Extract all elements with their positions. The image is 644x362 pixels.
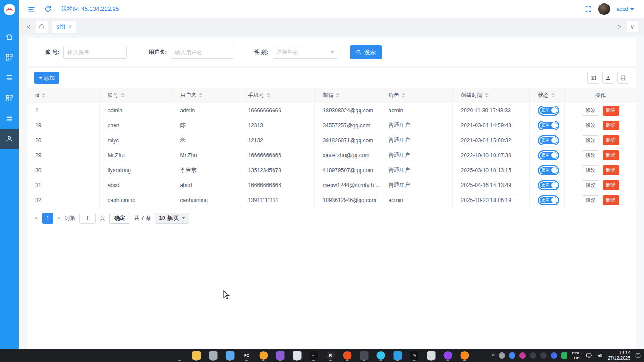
column-header-0[interactable]: id [27, 88, 99, 103]
tabs-scroll-right-icon[interactable]: > [616, 23, 623, 30]
sort-carets-icon[interactable] [336, 93, 340, 97]
vpn-lock-icon[interactable] [561, 352, 567, 359]
language-indicator[interactable]: ENG DE [572, 351, 582, 361]
column-header-3[interactable]: 手机号 [240, 88, 314, 103]
tabs-scroll-left-icon[interactable]: < [25, 23, 32, 30]
sort-asc-icon[interactable] [485, 93, 489, 95]
gender-select[interactable]: 选择性别 [273, 46, 338, 59]
volume-icon[interactable] [597, 352, 603, 359]
sort-asc-icon[interactable] [402, 93, 405, 95]
status-toggle[interactable]: 正常 [538, 135, 559, 145]
sort-desc-icon[interactable] [42, 96, 45, 97]
taskbar-clock[interactable]: ◷ [409, 350, 420, 362]
clock[interactable]: 14:14 27/12/2025 [608, 350, 630, 361]
delete-button[interactable]: 删除 [603, 165, 619, 175]
tabs-dropdown-icon[interactable]: ∨ [627, 21, 638, 32]
delete-button[interactable]: 删除 [603, 195, 619, 205]
sort-carets-icon[interactable] [402, 93, 405, 97]
next-page-icon[interactable]: > [57, 215, 60, 222]
sort-desc-icon[interactable] [336, 96, 340, 97]
column-header-4[interactable]: 邮箱 [314, 88, 380, 103]
modify-button[interactable]: 修改 [582, 150, 599, 160]
column-header-2[interactable]: 用户名 [172, 88, 240, 103]
taskbar-ubuntu[interactable] [342, 350, 353, 362]
sidebar-item-modules-2[interactable] [0, 88, 19, 108]
sidebar-item-modules[interactable] [0, 47, 19, 68]
sort-desc-icon[interactable] [485, 96, 489, 97]
taskbar-rustdesk[interactable]: R [325, 350, 336, 362]
refresh-icon[interactable] [44, 5, 52, 13]
hidden-icons-chevron-icon[interactable]: ^ [492, 353, 494, 358]
sort-desc-icon[interactable] [199, 96, 202, 97]
status-toggle[interactable]: 正常 [538, 106, 559, 116]
column-header-7[interactable]: 状态 [529, 88, 564, 103]
status-toggle[interactable]: 正常 [538, 121, 559, 130]
taskbar-settings-window[interactable] [426, 350, 437, 362]
sort-asc-icon[interactable] [336, 93, 340, 95]
menu-collapse-icon[interactable] [28, 5, 35, 13]
account-input[interactable] [63, 46, 127, 59]
home-tab-button[interactable] [36, 21, 48, 33]
status-toggle[interactable]: 正常 [538, 150, 559, 160]
taskbar-winrar[interactable] [275, 350, 286, 362]
taskbar-pycharm[interactable]: PC [241, 350, 252, 362]
sort-carets-icon[interactable] [551, 93, 555, 97]
sort-asc-icon[interactable] [42, 93, 45, 95]
sort-asc-icon[interactable] [551, 93, 555, 95]
status-toggle[interactable]: 正常 [538, 195, 559, 205]
sort-carets-icon[interactable] [121, 93, 125, 97]
blue-glow-icon[interactable] [551, 352, 557, 359]
delete-button[interactable]: 删除 [603, 106, 619, 116]
sidebar-item-lists-2[interactable] [0, 108, 19, 129]
user-menu[interactable]: abcd [616, 6, 634, 12]
sort-asc-icon[interactable] [199, 93, 202, 95]
add-button[interactable]: + 添加 [34, 72, 59, 84]
status-toggle[interactable]: 正常 [538, 165, 559, 175]
taskbar-firefox[interactable] [459, 350, 470, 362]
column-header-6[interactable]: 创建时间 [452, 88, 529, 103]
taskbar-screen-share[interactable] [359, 350, 370, 362]
columns-setting-button[interactable] [587, 72, 599, 84]
discord-2-icon[interactable] [540, 352, 547, 359]
delete-button[interactable]: 删除 [603, 135, 619, 145]
display-cast-icon[interactable] [586, 352, 592, 359]
sort-carets-icon[interactable] [199, 93, 202, 97]
sort-asc-icon[interactable] [267, 93, 270, 95]
modify-button[interactable]: 修改 [582, 106, 599, 116]
notification-icon[interactable] [635, 352, 641, 359]
tab-shit[interactable]: shit × [52, 21, 76, 33]
print-button[interactable] [617, 72, 629, 84]
sidebar-item-home[interactable] [0, 27, 19, 47]
sidebar-item-user-management[interactable] [0, 129, 19, 149]
goto-confirm-button[interactable]: 确定 [109, 213, 130, 224]
taskbar-terminal[interactable]: >_ [308, 350, 319, 362]
delete-button[interactable]: 删除 [603, 180, 619, 190]
sort-carets-icon[interactable] [485, 93, 489, 97]
taskbar-purple-monster[interactable] [442, 350, 453, 362]
sort-asc-icon[interactable] [121, 93, 125, 95]
sort-carets-icon[interactable] [42, 93, 45, 97]
modify-button[interactable]: 修改 [582, 195, 599, 205]
tab-close-icon[interactable]: × [68, 24, 72, 30]
column-header-5[interactable]: 角色 [380, 88, 452, 103]
modify-button[interactable]: 修改 [582, 180, 599, 190]
sort-desc-icon[interactable] [267, 96, 270, 97]
prev-page-icon[interactable]: < [35, 215, 38, 222]
avatar[interactable] [598, 3, 610, 15]
status-toggle[interactable]: 正常 [538, 180, 559, 190]
taskbar-notepad[interactable] [225, 350, 235, 362]
taskbar-start[interactable] [174, 350, 185, 362]
browser-colorful-icon[interactable] [509, 352, 515, 359]
search-button[interactable]: 搜索 [350, 45, 382, 59]
fullscreen-icon[interactable] [585, 5, 592, 13]
taskbar-file-explorer[interactable] [191, 350, 202, 362]
taskbar-devices[interactable] [208, 350, 219, 362]
delete-button[interactable]: 删除 [603, 121, 619, 130]
delete-button[interactable]: 删除 [603, 150, 619, 160]
export-button[interactable] [602, 72, 614, 84]
mic-muted-icon[interactable] [499, 352, 505, 359]
modify-button[interactable]: 修改 [582, 165, 599, 175]
taskbar-snipping[interactable] [292, 350, 303, 362]
sidebar-item-lists[interactable] [0, 68, 19, 88]
app-logo[interactable] [0, 0, 19, 19]
